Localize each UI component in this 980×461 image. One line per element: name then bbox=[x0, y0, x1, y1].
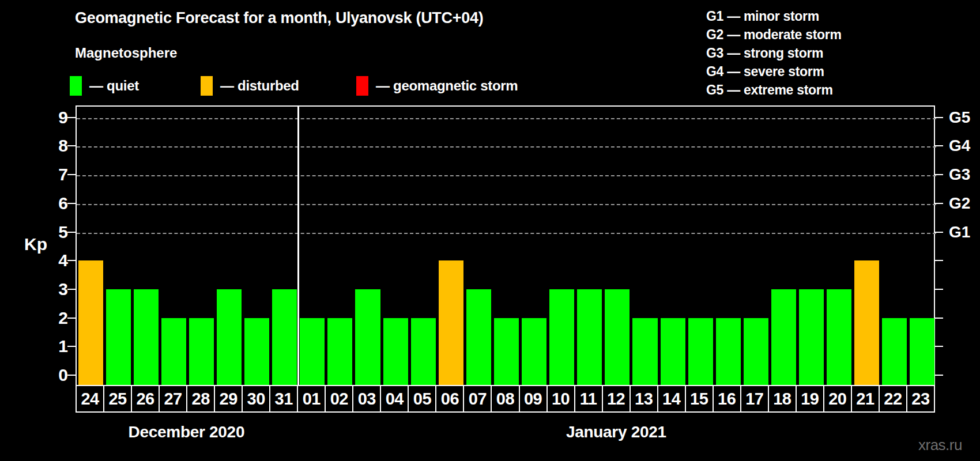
ytick-label-3: 3 bbox=[22, 279, 68, 300]
storm-scale-line: G1 — minor storm bbox=[706, 7, 842, 25]
day-label: 23 bbox=[907, 386, 934, 411]
right-tick-kp1 bbox=[935, 346, 943, 347]
ytick-label-7: 7 bbox=[22, 164, 68, 185]
legend-item-storm: — geomagnetic storm bbox=[356, 75, 518, 97]
kp-bar-day-23 bbox=[910, 318, 934, 385]
kp-bar-day-13 bbox=[632, 318, 657, 385]
left-tick-kp8 bbox=[67, 145, 76, 146]
geomagnetic-forecast-chart: Geomagnetic Forecast for a month, Ulyano… bbox=[0, 0, 980, 461]
kp-bar-day-29 bbox=[217, 289, 242, 385]
disturbed-swatch-icon bbox=[201, 76, 213, 96]
kp-bar-day-07 bbox=[466, 289, 491, 385]
kp-bar-day-01 bbox=[300, 318, 325, 385]
watermark: xras.ru bbox=[918, 436, 962, 454]
day-label: 18 bbox=[769, 386, 797, 411]
day-label: 28 bbox=[187, 386, 215, 411]
y-axis-title: Kp bbox=[24, 235, 47, 254]
ytick-label-2: 2 bbox=[22, 308, 68, 328]
left-tick-kp4 bbox=[67, 260, 76, 261]
kp-bar-day-28 bbox=[189, 318, 214, 385]
left-tick-kp3 bbox=[67, 289, 76, 290]
storm-scale-line: G3 — strong storm bbox=[706, 44, 842, 62]
right-tick-kp4 bbox=[935, 260, 943, 261]
day-label: 07 bbox=[464, 386, 492, 411]
left-tick-kp9 bbox=[67, 117, 76, 118]
kp-bar-day-30 bbox=[244, 318, 269, 385]
gridline-kp9 bbox=[77, 118, 936, 119]
kp-bar-day-08 bbox=[494, 318, 519, 385]
kp-bar-day-16 bbox=[716, 318, 741, 385]
day-label: 03 bbox=[353, 386, 381, 411]
ytick-label-8: 8 bbox=[22, 135, 68, 156]
left-tick-kp5 bbox=[67, 232, 76, 233]
legend-item-label: — disturbed bbox=[220, 78, 299, 94]
kp-bar-day-02 bbox=[327, 318, 352, 385]
day-label: 20 bbox=[824, 386, 852, 411]
ytick-label-0: 0 bbox=[22, 365, 68, 386]
right-tick-kp7 bbox=[935, 174, 943, 175]
day-label: 24 bbox=[77, 386, 104, 411]
kp-bar-day-26 bbox=[134, 289, 159, 385]
kp-bar-day-06 bbox=[439, 260, 463, 385]
kp-bar-day-17 bbox=[744, 318, 768, 385]
kp-bar-day-20 bbox=[827, 289, 851, 385]
storm-scale-line: G4 — severe storm bbox=[706, 62, 842, 81]
kp-bar-day-21 bbox=[854, 260, 879, 385]
gridline-kp7 bbox=[77, 175, 936, 176]
right-axis-label-G2: G2 bbox=[949, 194, 970, 213]
right-tick-kp5 bbox=[935, 232, 943, 233]
storm-scale-line: G2 — moderate storm bbox=[706, 25, 842, 44]
plot-area bbox=[76, 105, 935, 385]
kp-bar-day-15 bbox=[688, 318, 713, 385]
kp-bar-day-27 bbox=[161, 318, 186, 385]
gridline-kp6 bbox=[77, 204, 936, 205]
day-label: 09 bbox=[520, 386, 548, 411]
right-tick-kp6 bbox=[935, 203, 943, 204]
ytick-label-4: 4 bbox=[22, 250, 68, 271]
right-tick-kp2 bbox=[935, 318, 943, 319]
left-tick-kp1 bbox=[67, 346, 76, 347]
day-label: 14 bbox=[658, 386, 686, 411]
day-label: 12 bbox=[603, 386, 631, 411]
day-label: 29 bbox=[215, 386, 243, 411]
kp-bar-day-19 bbox=[799, 289, 824, 385]
ytick-label-9: 9 bbox=[22, 107, 68, 128]
kp-bar-day-09 bbox=[522, 318, 546, 385]
kp-bar-day-04 bbox=[383, 318, 408, 385]
day-label: 11 bbox=[575, 386, 603, 411]
day-label: 08 bbox=[492, 386, 519, 411]
right-tick-kp9 bbox=[935, 117, 943, 118]
storm-swatch-icon bbox=[356, 76, 368, 96]
kp-bar-day-18 bbox=[771, 289, 796, 385]
kp-bar-day-25 bbox=[106, 289, 131, 385]
day-label: 19 bbox=[797, 386, 824, 411]
left-tick-kp0 bbox=[67, 375, 76, 376]
kp-bar-day-14 bbox=[661, 318, 685, 385]
day-label: 21 bbox=[852, 386, 880, 411]
legend-item-label: — geomagnetic storm bbox=[376, 78, 518, 94]
gridline-kp8 bbox=[77, 146, 936, 148]
day-label: 04 bbox=[381, 386, 409, 411]
kp-bar-day-11 bbox=[577, 289, 602, 385]
legend-title: Magnetosphere bbox=[75, 45, 177, 61]
right-axis-label-G1: G1 bbox=[949, 222, 970, 242]
right-axis-label-G5: G5 bbox=[949, 108, 970, 127]
kp-bar-day-22 bbox=[882, 318, 907, 385]
day-label: 22 bbox=[880, 386, 907, 411]
ytick-label-1: 1 bbox=[22, 336, 68, 357]
ytick-label-6: 6 bbox=[22, 193, 68, 214]
day-label: 16 bbox=[714, 386, 741, 411]
day-label: 06 bbox=[436, 386, 464, 411]
day-label: 10 bbox=[548, 386, 575, 411]
day-label: 05 bbox=[409, 386, 436, 411]
day-label: 02 bbox=[326, 386, 353, 411]
day-label: 27 bbox=[160, 386, 187, 411]
day-label: 17 bbox=[741, 386, 769, 411]
day-label: 13 bbox=[631, 386, 658, 411]
month-label-0: December 2020 bbox=[129, 423, 245, 441]
left-tick-kp2 bbox=[67, 318, 76, 319]
day-label: 01 bbox=[298, 386, 326, 411]
right-tick-kp3 bbox=[935, 289, 943, 290]
legend-item-label: — quiet bbox=[89, 78, 139, 94]
right-axis-label-G4: G4 bbox=[949, 136, 970, 156]
